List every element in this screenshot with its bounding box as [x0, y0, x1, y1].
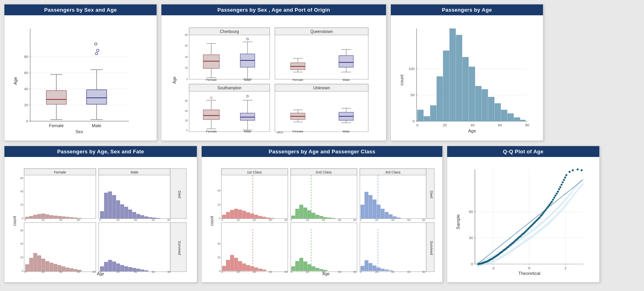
svg-rect-141 [501, 110, 507, 121]
svg-point-467 [564, 176, 566, 178]
svg-rect-199 [132, 212, 136, 219]
svg-rect-278 [226, 212, 230, 219]
svg-rect-144 [520, 120, 525, 121]
svg-rect-310 [397, 218, 400, 219]
svg-rect-332 [246, 265, 250, 271]
svg-point-454 [549, 204, 551, 206]
svg-text:20: 20 [217, 256, 221, 259]
svg-rect-329 [234, 258, 238, 271]
svg-rect-134 [456, 35, 462, 121]
svg-rect-294 [308, 211, 311, 219]
svg-rect-299 [328, 218, 331, 219]
svg-rect-216 [45, 261, 49, 271]
svg-text:80: 80 [93, 270, 96, 273]
svg-text:20: 20 [20, 256, 23, 259]
svg-boxplot-origin: Age Sex Cherbourg [171, 21, 376, 135]
svg-text:80: 80 [422, 219, 425, 221]
svg-rect-277 [222, 215, 226, 219]
svg-text:40: 40 [391, 219, 394, 221]
svg-text:40: 40 [134, 219, 137, 221]
svg-rect-235 [120, 265, 124, 271]
svg-text:60: 60 [469, 210, 473, 214]
svg-point-453 [547, 205, 549, 207]
svg-rect-328 [230, 255, 234, 271]
svg-rect-241 [144, 270, 148, 271]
svg-text:1st Class: 1st Class [247, 170, 262, 174]
svg-rect-129 [424, 116, 430, 121]
svg-text:Southampton: Southampton [217, 86, 242, 90]
svg-text:0: 0 [26, 119, 28, 123]
svg-rect-338 [295, 261, 299, 271]
svg-point-459 [555, 194, 557, 196]
svg-rect-290 [291, 216, 295, 219]
svg-text:0: 0 [413, 119, 415, 123]
svg-point-449 [543, 212, 545, 214]
svg-text:count: count [399, 75, 404, 86]
svg-text:20: 20 [306, 270, 309, 273]
svg-text:0: 0 [291, 219, 292, 221]
row-1: Passengers by Sex and Age Age 0 20 40 60… [4, 4, 640, 141]
svg-rect-306 [381, 209, 384, 219]
svg-text:60: 60 [77, 270, 80, 273]
svg-rect-178 [45, 215, 49, 219]
svg-rect-217 [50, 263, 53, 271]
svg-text:20: 20 [443, 123, 447, 127]
svg-text:40: 40 [134, 270, 137, 273]
svg-rect-38 [275, 28, 368, 79]
svg-rect-342 [312, 266, 315, 271]
svg-rect-351 [381, 269, 384, 271]
svg-rect-198 [128, 210, 132, 219]
svg-text:40: 40 [217, 242, 221, 245]
svg-point-461 [557, 190, 559, 192]
svg-point-446 [539, 216, 541, 218]
svg-rect-215 [41, 259, 45, 271]
svg-text:Sex: Sex [76, 129, 83, 134]
svg-point-472 [581, 169, 583, 171]
chart-title-class: Passengers by Age and Passenger Class [202, 146, 442, 157]
svg-text:100: 100 [409, 67, 415, 71]
svg-text:60: 60 [407, 270, 411, 273]
svg-text:Female: Female [206, 78, 217, 82]
svg-text:20: 20 [217, 203, 221, 206]
svg-rect-291 [295, 209, 299, 219]
svg-rect-283 [246, 213, 250, 219]
chart-body-qq: Sample Theoretical 0 30 60 [447, 157, 599, 282]
chart-body-boxplot-origin: Age Sex Cherbourg [161, 15, 386, 140]
svg-rect-194 [112, 195, 116, 219]
svg-text:Queenstown: Queenstown [310, 29, 333, 34]
chart-qq: Q-Q Plot of Age Sample Theoretical 0 30 … [447, 146, 600, 283]
svg-text:60: 60 [407, 219, 411, 221]
svg-text:0: 0 [360, 270, 361, 273]
chart-hist-age: Passengers by Age count 0 50 100 [390, 4, 543, 141]
chart-title-boxplot-sex: Passengers by Sex and Age [4, 4, 157, 15]
chart-body-hist-age: count 0 50 100 [391, 15, 543, 140]
svg-point-469 [569, 171, 571, 173]
svg-point-452 [546, 207, 548, 209]
svg-point-451 [545, 208, 547, 211]
svg-rect-179 [50, 215, 53, 219]
svg-text:60: 60 [20, 177, 23, 180]
svg-rect-301 [361, 205, 364, 219]
svg-rect-327 [226, 260, 230, 271]
svg-rect-335 [258, 269, 262, 271]
svg-text:40: 40 [24, 87, 28, 91]
svg-text:20: 20 [375, 270, 378, 273]
svg-text:20: 20 [185, 119, 188, 122]
svg-rect-237 [128, 267, 132, 271]
svg-rect-180 [54, 216, 57, 219]
svg-rect-201 [140, 215, 144, 219]
svg-point-464 [561, 184, 563, 186]
svg-rect-202 [144, 217, 148, 219]
svg-text:80: 80 [24, 55, 28, 59]
svg-rect-213 [33, 253, 37, 271]
svg-point-468 [566, 174, 568, 176]
svg-rect-293 [303, 208, 307, 219]
svg-text:30: 30 [469, 236, 473, 240]
svg-rect-140 [495, 103, 501, 121]
svg-rect-138 [482, 89, 488, 121]
svg-text:2nd Class: 2nd Class [316, 170, 332, 174]
svg-rect-200 [136, 214, 140, 219]
svg-text:Female: Female [293, 130, 303, 133]
svg-text:60: 60 [77, 219, 80, 221]
svg-rect-304 [373, 200, 376, 219]
